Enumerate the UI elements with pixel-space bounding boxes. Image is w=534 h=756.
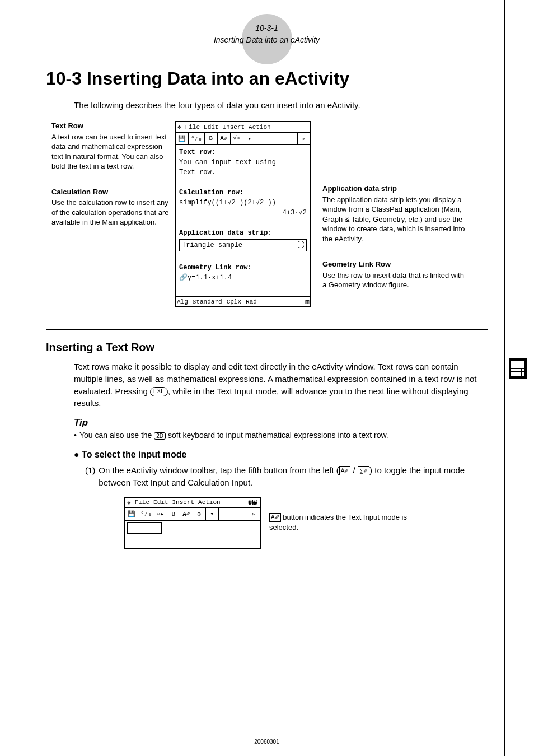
overview-diagram: Text Row A text row can be used to inser… [51, 121, 493, 307]
mini-menubar: ❖ File Edit Insert Action �⵱ [125, 498, 260, 508]
text-mode-inline-icon: A✐ [339, 466, 351, 476]
label-text-row: Text row: [179, 147, 307, 157]
menu-icon[interactable]: ❖ [177, 123, 181, 130]
toolbar: 💾 ⁰⁄₀ B A✐ √▫ ▾ ▹ [176, 133, 310, 145]
paragraph-1: Text rows make it possible to display an… [74, 361, 488, 409]
save-icon[interactable]: 💾 [125, 508, 138, 520]
menu-icon[interactable]: ❖ [127, 499, 131, 506]
dropdown-icon[interactable]: ▾ [243, 133, 256, 144]
menu-action[interactable]: Action [249, 124, 271, 130]
mini-content [125, 522, 260, 548]
expand-icon[interactable]: ▹ [247, 508, 260, 520]
footer-date: 20060301 [29, 739, 504, 745]
callout-geom-row: Geometry Link Row Use this row to insert… [322, 259, 468, 290]
bold-icon[interactable]: B [205, 133, 218, 144]
status-standard: Standard [193, 298, 222, 305]
calc-mode-inline-icon: ∑✐ [358, 466, 369, 476]
mini-toolbar: 💾 ⁰⁄₀ ↦▸ B A✐ ⊕ ▾ ▹ [125, 508, 260, 521]
status-rad: Rad [246, 298, 257, 305]
dropdown-icon[interactable]: ▾ [206, 508, 219, 520]
menubar: ❖ File Edit Insert Action [176, 122, 310, 133]
menu-edit[interactable]: Edit [204, 124, 218, 130]
text-line-1: You can input text using [179, 157, 307, 167]
app-strip-desc: The application data strip lets you disp… [322, 195, 468, 244]
calc-result: 4+3·√2 [179, 208, 307, 218]
label-app-strip: Application data strip: [179, 228, 307, 238]
calc-row-title: Calculation Row [51, 187, 169, 197]
menu-edit[interactable]: Edit [153, 499, 168, 506]
procedure-heading: ● To select the input mode [74, 450, 504, 460]
close-icon[interactable]: �⵱ [248, 499, 258, 506]
calc-expr: simplify((1+√2 )(2+√2 )) [179, 198, 307, 208]
mini-caption: A✐ button indicates the Text Input mode … [269, 512, 409, 533]
header-page-num: 10-3-1 [29, 22, 504, 34]
callout-app-strip: Application data strip The application d… [322, 121, 468, 244]
arrow-icon[interactable]: ↦▸ [154, 508, 167, 520]
intro-paragraph: The following describes the four types o… [74, 100, 488, 110]
geom-title: Geometry Link Row [322, 259, 468, 269]
app-strip-box[interactable]: Triangle sample ⛶ [179, 239, 307, 251]
geom-expr: 🔗y=1.1·x+1.4 [179, 273, 307, 283]
exe-key-icon: EXE [150, 387, 168, 396]
tip-bullet: • You can also use the 2D soft keyboard … [74, 431, 488, 440]
fraction-icon[interactable]: ⁰⁄₀ [138, 508, 154, 520]
menu-insert[interactable]: Insert [222, 124, 245, 130]
statusbar: Alg Standard Cplx Rad ▥ [176, 296, 310, 306]
sidebar-calculator-icon [509, 358, 527, 379]
calc-row-desc: Use the calculation row to insert any of… [51, 198, 169, 227]
text-mode-icon[interactable]: A✐ [218, 133, 231, 144]
text-row-title: Text Row [51, 121, 169, 131]
section-title: 10-3 Inserting Data into an eActivity [46, 68, 504, 89]
battery-icon: ▥ [305, 298, 309, 305]
step-1: (1) On the eActivity window toolbar, tap… [85, 464, 488, 489]
cursor-box[interactable] [127, 522, 162, 534]
bold-icon[interactable]: B [167, 508, 180, 520]
geom-desc: Use this row to insert data that is link… [322, 270, 468, 290]
2d-key-icon: 2D [154, 432, 166, 440]
text-row-desc: A text row can be used to insert text da… [51, 132, 169, 171]
menu-file[interactable]: File [135, 499, 149, 506]
callout-calc-row: Calculation Row Use the calculation row … [51, 187, 169, 227]
mini-screenshot-row: ❖ File Edit Insert Action �⵱ 💾 ⁰⁄₀ ↦▸ B … [29, 497, 504, 549]
text-mode-icon[interactable]: A✐ [180, 508, 193, 520]
menu-action[interactable]: Action [198, 499, 221, 506]
label-calc-row: Calculation row: [179, 188, 307, 198]
insert-icon[interactable]: ⊕ [193, 508, 206, 520]
screen-content: Text row: You can input text using Text … [176, 145, 310, 296]
label-geom-row: Geometry Link row: [179, 263, 307, 273]
tip-heading: Tip [74, 417, 504, 428]
expand-icon[interactable]: ▹ [297, 133, 310, 144]
subsection-title: Inserting a Text Row [46, 341, 504, 354]
page-header: 10-3-1 Inserting Data into an eActivity [29, 22, 504, 46]
save-icon[interactable]: 💾 [176, 133, 189, 144]
strip-icon: ⛶ [297, 240, 304, 250]
calculator-screen: ❖ File Edit Insert Action 💾 ⁰⁄₀ B A✐ √▫ … [175, 121, 311, 307]
strip-label: Triangle sample [182, 240, 242, 250]
header-page-title: Inserting Data into an eActivity [29, 34, 504, 46]
expr-icon[interactable]: √▫ [231, 133, 243, 144]
text-mode-caption-icon: A✐ [269, 513, 281, 522]
status-alg: Alg [177, 298, 188, 305]
text-line-2: Text row. [179, 167, 307, 178]
fraction-icon[interactable]: ⁰⁄₀ [189, 133, 205, 144]
app-strip-title: Application data strip [322, 184, 468, 194]
menu-insert[interactable]: Insert [172, 499, 194, 506]
callout-text-row: Text Row A text row can be used to inser… [51, 121, 169, 171]
separator [46, 329, 488, 330]
menu-file[interactable]: File [185, 124, 200, 130]
status-cplx: Cplx [227, 298, 241, 305]
mini-calculator-screen: ❖ File Edit Insert Action �⵱ 💾 ⁰⁄₀ ↦▸ B … [124, 497, 261, 549]
